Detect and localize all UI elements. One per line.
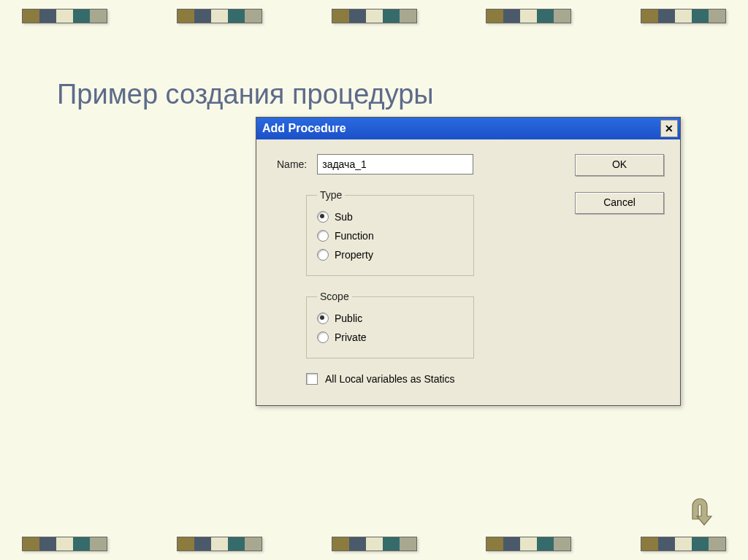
ok-button[interactable]: OK bbox=[575, 154, 664, 176]
decoration-bottom bbox=[0, 537, 748, 551]
name-label: Name: bbox=[277, 158, 307, 170]
radio-function[interactable] bbox=[317, 230, 329, 242]
scope-group: Scope Public Private bbox=[306, 291, 474, 358]
radio-sub-label: Sub bbox=[335, 211, 353, 223]
statics-checkbox[interactable] bbox=[306, 373, 318, 385]
radio-public-label: Public bbox=[335, 312, 362, 324]
radio-sub[interactable] bbox=[317, 211, 329, 223]
type-group: Type Sub Function Property bbox=[306, 189, 474, 276]
statics-label: All Local variables as Statics bbox=[325, 373, 454, 385]
close-button[interactable]: ✕ bbox=[660, 120, 678, 137]
radio-private-label: Private bbox=[335, 331, 367, 343]
decoration-top bbox=[0, 9, 748, 23]
radio-function-label: Function bbox=[335, 230, 374, 242]
radio-public[interactable] bbox=[317, 312, 329, 324]
radio-property[interactable] bbox=[317, 249, 329, 261]
add-procedure-dialog: Add Procedure ✕ Name: OK Cancel Type Sub… bbox=[256, 117, 681, 406]
name-input[interactable] bbox=[317, 154, 473, 174]
slide-title: Пример создания процедуры bbox=[57, 79, 434, 110]
u-turn-icon bbox=[682, 494, 717, 529]
radio-private[interactable] bbox=[317, 331, 329, 343]
scope-legend: Scope bbox=[317, 291, 352, 302]
dialog-titlebar: Add Procedure ✕ bbox=[256, 118, 680, 139]
return-button[interactable] bbox=[682, 494, 717, 529]
dialog-title: Add Procedure bbox=[262, 122, 346, 135]
radio-property-label: Property bbox=[335, 249, 373, 261]
cancel-button[interactable]: Cancel bbox=[575, 192, 664, 214]
close-icon: ✕ bbox=[665, 123, 673, 134]
type-legend: Type bbox=[317, 189, 345, 201]
